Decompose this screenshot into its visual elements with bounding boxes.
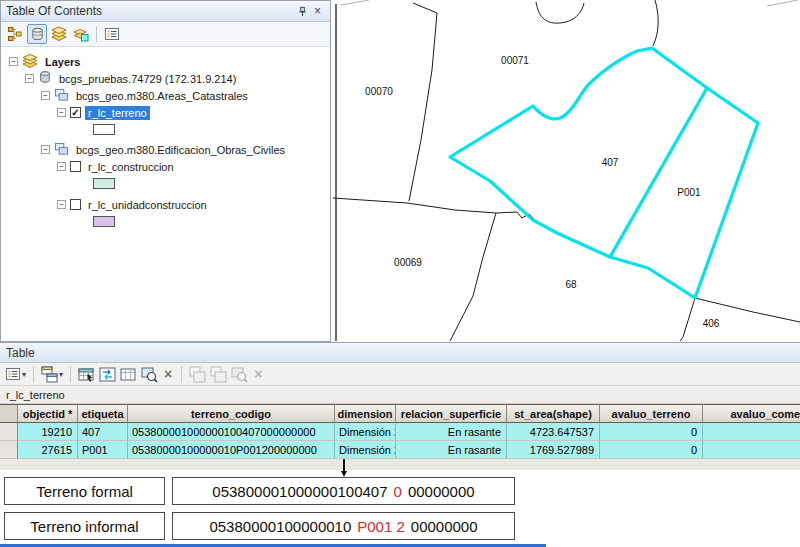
header-stub xyxy=(0,404,18,423)
tree-item-group-areas[interactable]: − bcgs_geo.m380.Areas_Catastrales xyxy=(1,87,330,104)
column-header[interactable]: terreno_codigo xyxy=(128,404,335,423)
parcel-label: 00069 xyxy=(394,257,422,268)
cell-dimension: Dimensión 2 xyxy=(335,423,396,441)
list-by-drawing-order-icon[interactable] xyxy=(5,24,25,44)
delete-selected-icon[interactable]: × xyxy=(162,367,174,381)
related-delete-icon[interactable]: × xyxy=(252,367,264,381)
cell-objectid: 27615 xyxy=(18,441,78,459)
toolbar-separator xyxy=(96,26,97,42)
toc-panel: Table Of Contents × xyxy=(0,0,331,342)
select-by-attributes-icon[interactable] xyxy=(78,366,95,383)
checkbox-unchecked-icon[interactable] xyxy=(70,161,81,172)
table-toolbar: ▾ ▾ × xyxy=(0,363,800,386)
terreno-formal-code-box: 053800001000000100407 0 00000000 xyxy=(172,477,515,505)
related-tables-icon[interactable]: ▾ xyxy=(41,366,63,383)
tree-label-layers[interactable]: Layers xyxy=(42,55,83,69)
row-selector[interactable] xyxy=(0,441,18,459)
symbol-swatch-unidad[interactable] xyxy=(93,216,115,227)
terreno-informal-code-box: 05380000100000010 P001 2 00000000 xyxy=(172,512,515,540)
toc-titlebar: Table Of Contents × xyxy=(1,1,330,22)
parcel-arc xyxy=(536,2,584,23)
table-row[interactable]: 19210 407 053800001000000100407000000000… xyxy=(0,423,800,441)
table-options-icon[interactable]: ▾ xyxy=(5,366,26,382)
checkbox-unchecked-icon[interactable] xyxy=(70,199,81,210)
down-arrow xyxy=(341,459,347,478)
symbol-swatch-construccion[interactable] xyxy=(93,178,115,189)
tree-item-connection[interactable]: − bcgs_pruebas.74729 (172.31.9.214) xyxy=(1,70,330,87)
related-copy-icon[interactable] xyxy=(189,366,206,383)
cell-terreno-codigo: 053800001000000100407000000000 xyxy=(128,423,335,441)
code-segment: 00000000 xyxy=(411,518,478,535)
tree-item-layers[interactable]: − Layers xyxy=(1,53,330,70)
parcel-line xyxy=(409,3,437,201)
column-header[interactable]: st_area(shape) xyxy=(507,404,600,423)
cell-dimension: Dimensión 2 xyxy=(335,441,396,459)
list-by-visibility-icon[interactable] xyxy=(49,24,69,44)
collapse-icon[interactable]: − xyxy=(57,162,66,171)
clear-selection-icon[interactable] xyxy=(120,366,137,383)
arcmap-screenshot: Table Of Contents × xyxy=(0,0,800,547)
related-paste-icon[interactable] xyxy=(210,366,227,383)
code-segment-highlight: 0 xyxy=(394,483,402,500)
tree-symbol-unidad[interactable] xyxy=(1,213,330,230)
toc-options-icon[interactable] xyxy=(102,24,122,44)
chevron-down-icon: ▾ xyxy=(22,370,26,379)
cell-etiqueta: P001 xyxy=(78,441,128,459)
table-row[interactable]: 27615 P001 05380000100000010P00120000000… xyxy=(0,441,800,459)
checkbox-checked-icon[interactable]: ✓ xyxy=(70,107,81,118)
grid-header-row: objectid * etiqueta terreno_codigo dimen… xyxy=(0,404,800,423)
collapse-icon[interactable]: − xyxy=(25,74,34,83)
parcel-arc xyxy=(653,0,658,46)
tree-label-layer-unidad[interactable]: r_lc_unidadconstruccion xyxy=(85,198,210,212)
tree-label-layer-terreno[interactable]: r_lc_terreno xyxy=(85,106,150,120)
map-view[interactable]: 00070 00071 407 P001 00069 68 406 xyxy=(333,0,800,341)
parcel-line xyxy=(680,298,695,341)
row-selector[interactable] xyxy=(0,423,18,441)
pin-icon[interactable] xyxy=(295,4,310,19)
tree-label-layer-construccion[interactable]: r_lc_construccion xyxy=(85,160,177,174)
parcel-label: 68 xyxy=(565,279,577,290)
tree-item-layer-terreno[interactable]: − ✓ r_lc_terreno xyxy=(1,104,330,121)
column-header[interactable]: relacion_superficie xyxy=(396,404,507,423)
collapse-icon[interactable]: − xyxy=(57,108,66,117)
tree-label-group-edificacion[interactable]: bcgs_geo.m380.Edificacion_Obras_Civiles xyxy=(73,143,288,157)
table-title: Table xyxy=(6,346,35,360)
tree-item-group-edificacion[interactable]: − bcgs_geo.m380.Edificacion_Obras_Civile… xyxy=(1,141,330,158)
collapse-icon[interactable]: − xyxy=(9,57,18,66)
collapse-icon[interactable]: − xyxy=(57,200,66,209)
tree-symbol-terreno[interactable] xyxy=(1,121,330,138)
switch-selection-icon[interactable] xyxy=(99,366,116,383)
column-header[interactable]: objectid * xyxy=(18,404,78,423)
database-icon xyxy=(38,70,52,87)
terreno-informal-label: Terreno informal xyxy=(30,518,138,535)
map-canvas: 00070 00071 407 P001 00069 68 406 xyxy=(333,0,800,341)
toc-toolbar xyxy=(1,22,330,47)
table-tab[interactable]: r_lc_terreno xyxy=(0,386,800,404)
cell-starea: 1769.527989 xyxy=(507,441,600,459)
tree-symbol-construccion[interactable] xyxy=(1,175,330,192)
chevron-down-icon: ▾ xyxy=(59,370,63,379)
cell-avaluo: 0 xyxy=(600,441,703,459)
tree-item-layer-construccion[interactable]: − r_lc_construccion xyxy=(1,158,330,175)
symbol-swatch-terreno[interactable] xyxy=(93,124,115,135)
list-by-source-icon[interactable] xyxy=(27,24,47,44)
tree-item-layer-unidad[interactable]: − r_lc_unidadconstruccion xyxy=(1,196,330,213)
toc-title: Table Of Contents xyxy=(6,4,295,18)
column-header[interactable]: etiqueta xyxy=(78,404,128,423)
parcel-label: 00071 xyxy=(501,55,529,66)
collapse-icon[interactable]: − xyxy=(41,145,50,154)
attribute-grid: objectid * etiqueta terreno_codigo dimen… xyxy=(0,404,800,471)
parcel-label: 406 xyxy=(703,318,720,329)
collapse-icon[interactable]: − xyxy=(41,91,50,100)
tree-label-group-areas[interactable]: bcgs_geo.m380.Areas_Catastrales xyxy=(73,89,251,103)
list-by-selection-icon[interactable] xyxy=(71,24,91,44)
code-segment-highlight: P001 2 xyxy=(357,518,405,535)
parcel-label: 00070 xyxy=(365,86,393,97)
related-zoom-icon[interactable] xyxy=(231,366,248,383)
column-header[interactable]: avaluo_terreno xyxy=(600,404,703,423)
column-header[interactable]: avaluo_comer xyxy=(703,404,800,423)
tree-label-connection[interactable]: bcgs_pruebas.74729 (172.31.9.214) xyxy=(56,72,239,86)
column-header[interactable]: dimension xyxy=(335,404,396,423)
close-icon[interactable]: × xyxy=(310,4,325,19)
zoom-to-selected-icon[interactable] xyxy=(141,366,158,383)
